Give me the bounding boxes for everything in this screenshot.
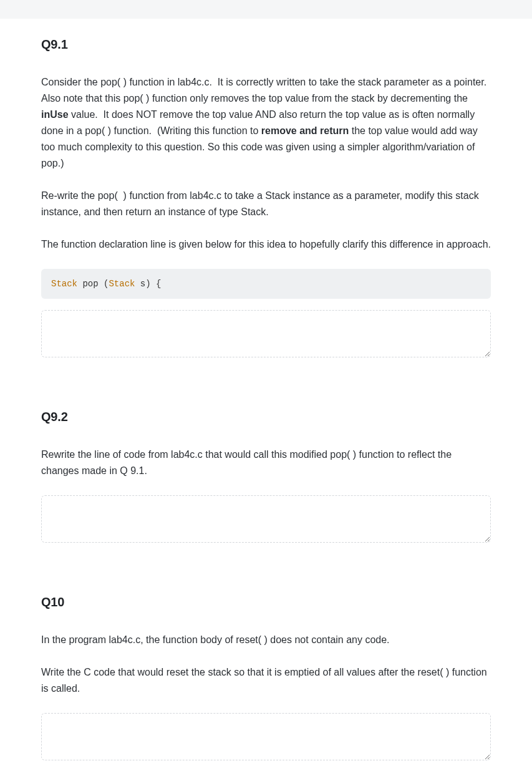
question-body-text: Consider the pop( ) function in lab4c.c.…: [41, 74, 491, 253]
question-q9-1: Q9.1 Consider the pop( ) function in lab…: [41, 37, 491, 360]
answer-input-q9-1[interactable]: [41, 310, 491, 357]
question-body-text: Rewrite the line of code from lab4c.c th…: [41, 447, 491, 479]
question-body-text: In the program lab4c.c, the function bod…: [41, 632, 491, 697]
answer-input-q9-2[interactable]: [41, 495, 491, 543]
page-content: Q9.1 Consider the pop( ) function in lab…: [0, 19, 532, 766]
question-title: Q9.2: [41, 410, 491, 424]
answer-input-q10[interactable]: [41, 713, 491, 760]
question-title: Q10: [41, 595, 491, 609]
question-q10: Q10 In the program lab4c.c, the function…: [41, 595, 491, 763]
question-title: Q9.1: [41, 37, 491, 52]
code-block: Stack pop (Stack s) {: [41, 269, 491, 299]
question-body: Consider the pop( ) function in lab4c.c.…: [41, 74, 491, 253]
question-body: In the program lab4c.c, the function bod…: [41, 632, 491, 697]
question-body: Rewrite the line of code from lab4c.c th…: [41, 447, 491, 479]
question-q9-2: Q9.2 Rewrite the line of code from lab4c…: [41, 410, 491, 545]
